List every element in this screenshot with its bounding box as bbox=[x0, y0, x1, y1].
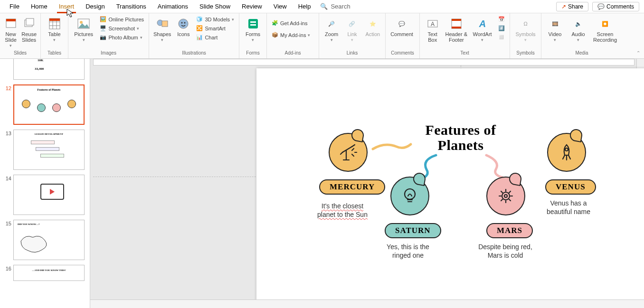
zoom-icon: 🔎 bbox=[325, 17, 338, 30]
slide-canvas[interactable]: Features of Planets mercury It's the clo… bbox=[256, 68, 644, 308]
reuse-slides-icon bbox=[22, 17, 36, 30]
shapes-button[interactable]: Shapes bbox=[153, 15, 171, 43]
date-icon: 📅 bbox=[498, 16, 505, 22]
zoom-button[interactable]: 🔎 Zoom bbox=[323, 15, 340, 43]
tab-view[interactable]: View bbox=[268, 0, 293, 13]
mercury-desc[interactable]: It's the closest planet to the Sun bbox=[312, 202, 373, 219]
header-footer-label: Header & Footer bbox=[445, 31, 467, 43]
cube-icon: 🧊 bbox=[196, 16, 203, 22]
slide-editor[interactable]: Features of Planets mercury It's the clo… bbox=[90, 59, 644, 308]
screen-recording-button[interactable]: ⏺️ Screen Recording bbox=[592, 15, 618, 43]
new-slide-label: New Slide bbox=[4, 31, 18, 43]
screenshot-button[interactable]: 🖥️Screenshot bbox=[99, 24, 145, 32]
datetime-button[interactable]: 📅 bbox=[497, 15, 506, 23]
search-placeholder: Search bbox=[331, 3, 350, 10]
slide-thumb-11[interactable]: 7.2M 10K 33,400 bbox=[13, 59, 85, 80]
svg-rect-13 bbox=[162, 21, 168, 27]
action-button[interactable]: ⭐ Action bbox=[364, 15, 381, 37]
3d-models-button[interactable]: 🧊3D Models bbox=[195, 15, 235, 23]
slide-title-l1[interactable]: Features of bbox=[256, 122, 644, 138]
svg-point-28 bbox=[504, 195, 507, 197]
slide-thumb-13[interactable]: LESSON DEVELOPMENT bbox=[13, 130, 85, 170]
svg-rect-9 bbox=[49, 19, 60, 21]
action-label: Action bbox=[366, 31, 380, 37]
shapes-icon bbox=[156, 17, 169, 30]
slide-thumb-16[interactable]: …AND DID YOU KNOW THIS? bbox=[13, 265, 85, 281]
comments-button[interactable]: 💬 Comments bbox=[592, 2, 639, 11]
ribbon: New Slide Reuse Slides Slides Table Tabl… bbox=[0, 13, 644, 59]
header-footer-button[interactable]: Header & Footer bbox=[445, 15, 467, 43]
photo-album-button[interactable]: 📷Photo Album bbox=[99, 33, 145, 41]
screenrec-icon: ⏺️ bbox=[598, 17, 612, 30]
video-button[interactable]: 🎞️ Video bbox=[545, 15, 565, 43]
addins-icon: 📦 bbox=[272, 32, 278, 38]
tab-help[interactable]: Help bbox=[293, 0, 317, 13]
thumb-number-16: 16 bbox=[3, 265, 11, 271]
group-text-label: Text bbox=[424, 50, 506, 56]
tab-transitions[interactable]: Transitions bbox=[111, 0, 152, 13]
get-addins-button[interactable]: 🧩Get Add-ins bbox=[271, 19, 311, 27]
tab-slideshow[interactable]: Slide Show bbox=[194, 0, 236, 13]
object-icon: ◻️ bbox=[498, 34, 505, 40]
new-comment-icon: 💬 bbox=[395, 17, 408, 30]
shapes-label: Shapes bbox=[153, 31, 171, 37]
slide-thumb-14[interactable] bbox=[13, 175, 85, 215]
share-button[interactable]: ↗ Share bbox=[556, 2, 588, 11]
svg-rect-3 bbox=[26, 19, 34, 25]
slide-thumb-15[interactable]: DID YOU KNOW…? bbox=[13, 220, 85, 260]
tab-review[interactable]: Review bbox=[236, 0, 268, 13]
mars-bubble[interactable] bbox=[486, 177, 525, 215]
action-icon: ⭐ bbox=[366, 17, 379, 30]
online-pictures-button[interactable]: 🖼️Online Pictures bbox=[99, 15, 145, 23]
chart-button[interactable]: 📊Chart bbox=[195, 33, 235, 41]
group-links-label: Links bbox=[323, 50, 381, 56]
mars-pill[interactable]: mars bbox=[486, 223, 533, 238]
comment-button[interactable]: 💬 Comment bbox=[389, 15, 414, 37]
textbox-button[interactable]: A Text Box bbox=[424, 15, 441, 43]
my-addins-button[interactable]: 📦My Add-ins bbox=[271, 31, 311, 39]
thumb-number-14: 14 bbox=[3, 175, 11, 181]
tab-file[interactable]: File bbox=[4, 0, 25, 13]
svg-point-14 bbox=[179, 19, 188, 28]
saturn-bubble[interactable] bbox=[390, 177, 429, 215]
video-icon: 🎞️ bbox=[549, 17, 562, 30]
table-label: Table bbox=[48, 31, 60, 37]
mercury-pill[interactable]: mercury bbox=[319, 179, 385, 195]
saturn-desc[interactable]: Yes, this is the ringed one bbox=[377, 243, 439, 260]
search-box[interactable]: 🔍 Search bbox=[320, 3, 350, 10]
venus-desc[interactable]: Venus has a beautiful name bbox=[538, 199, 599, 216]
slidenumber-button[interactable]: #️⃣ bbox=[497, 24, 506, 32]
mercury-bubble[interactable] bbox=[329, 133, 368, 172]
pictures-button[interactable]: Pictures bbox=[72, 15, 95, 43]
tab-design[interactable]: Design bbox=[80, 0, 110, 13]
saturn-pill[interactable]: saturn bbox=[385, 223, 441, 238]
venus-pill[interactable]: venus bbox=[545, 179, 596, 195]
thumb12-title: Features of Planets bbox=[14, 88, 84, 91]
icons-button[interactable]: Icons bbox=[175, 15, 191, 37]
collapse-ribbon-button[interactable]: ⌃ bbox=[635, 49, 642, 56]
tab-animations[interactable]: Animations bbox=[152, 0, 194, 13]
wordart-button[interactable]: A WordArt bbox=[471, 15, 493, 43]
object-button[interactable]: ◻️ bbox=[497, 33, 506, 41]
gear-icon bbox=[495, 186, 516, 206]
forms-button[interactable]: Forms bbox=[243, 15, 263, 43]
link-button[interactable]: 🔗 Link bbox=[344, 15, 360, 43]
smartart-button[interactable]: 🔀SmartArt bbox=[195, 24, 235, 32]
mars-desc[interactable]: Despite being red, Mars is cold bbox=[472, 243, 539, 260]
link-icon: 🔗 bbox=[345, 17, 359, 30]
symbols-button[interactable]: Ω Symbols bbox=[514, 15, 537, 43]
menu-bar: File Home Insert Design Transitions Anim… bbox=[0, 0, 644, 13]
tab-home[interactable]: Home bbox=[25, 0, 53, 13]
table-button[interactable]: Table bbox=[45, 15, 64, 43]
forms-icon bbox=[246, 17, 260, 30]
svg-rect-18 bbox=[250, 21, 256, 23]
online-pictures-label: Online Pictures bbox=[108, 17, 144, 22]
pictures-label: Pictures bbox=[74, 31, 93, 37]
new-slide-button[interactable]: New Slide bbox=[4, 15, 18, 48]
slide-thumbnails-panel[interactable]: 7.2M 10K 33,400 12 Features of Planets 1… bbox=[0, 59, 90, 308]
thumb-number-15: 15 bbox=[3, 220, 11, 226]
venus-bubble[interactable] bbox=[547, 133, 586, 172]
audio-button[interactable]: 🔈 Audio bbox=[568, 15, 588, 43]
reuse-slides-button[interactable]: Reuse Slides bbox=[21, 15, 37, 43]
slide-thumb-12[interactable]: Features of Planets bbox=[13, 84, 85, 125]
